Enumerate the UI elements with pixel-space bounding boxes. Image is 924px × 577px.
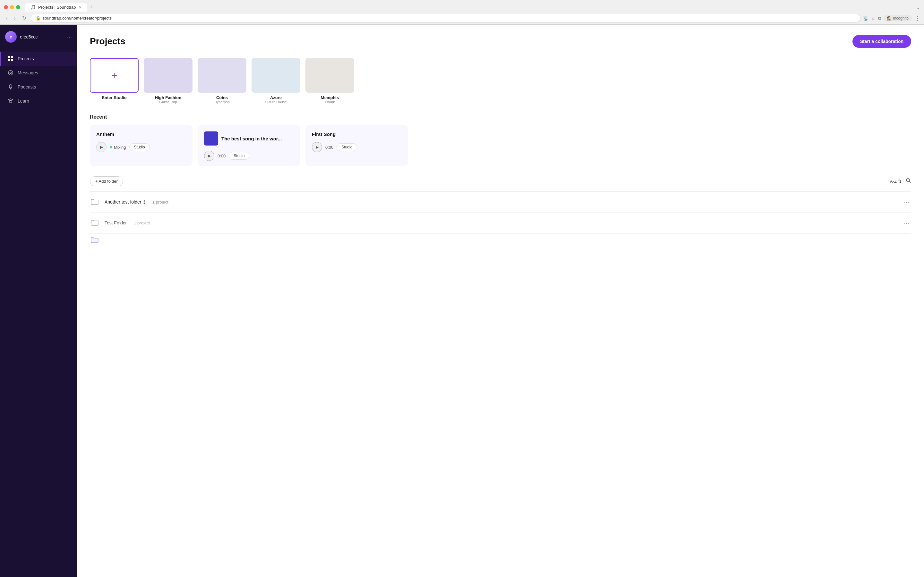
anthem-card[interactable]: Anthem ▶ Mixing Studio: [90, 125, 192, 166]
anthem-play-button[interactable]: ▶: [96, 142, 107, 152]
active-tab[interactable]: 🎵 Projects | Soundtrap ✕: [25, 3, 87, 11]
memphis-sub: Phonk: [325, 100, 334, 104]
tab-title: Projects | Soundtrap: [38, 5, 76, 10]
folder-list: Another test folder :) 1 project ··· Tes…: [90, 191, 911, 246]
maximize-window-button[interactable]: [16, 5, 20, 9]
sidebar-item-projects[interactable]: Projects: [0, 52, 77, 66]
best-song-studio-tag[interactable]: Studio: [229, 152, 249, 160]
best-song-time: 0:00: [218, 153, 226, 158]
sidebar-item-label-podcasts: Podcasts: [18, 84, 36, 89]
anthem-controls: ▶ Mixing Studio: [96, 142, 186, 152]
browser-overflow-button[interactable]: ⋮: [914, 15, 920, 22]
sidebar-item-messages[interactable]: Messages: [0, 66, 77, 80]
memphis-card[interactable]: Memphis Phonk: [305, 58, 354, 104]
svg-point-7: [906, 179, 909, 182]
podcasts-icon: [7, 84, 14, 90]
search-button[interactable]: [905, 177, 911, 185]
username-label: efec5ccc: [20, 34, 37, 39]
folder-name: Another test folder :): [105, 199, 145, 205]
recent-section-title: Recent: [90, 114, 911, 120]
first-song-title: First Song: [312, 131, 402, 137]
svg-rect-0: [8, 56, 10, 58]
sidebar-nav: Projects Messages: [0, 49, 77, 111]
browser-chrome: 🎵 Projects | Soundtrap ✕ + ⌄ ‹ › ↻ 🔒 sou…: [0, 0, 924, 25]
sidebar-item-label-messages: Messages: [18, 70, 38, 75]
close-window-button[interactable]: [4, 5, 8, 9]
azure-label: Azure: [270, 95, 282, 100]
enter-studio-thumbnail: +: [90, 58, 139, 93]
first-song-play-button[interactable]: ▶: [312, 142, 322, 152]
azure-card[interactable]: Azure Future House: [252, 58, 300, 104]
sidebar-item-podcasts[interactable]: Podcasts: [0, 80, 77, 94]
enter-studio-label: Enter Studio: [102, 95, 126, 100]
tab-close-button[interactable]: ✕: [79, 5, 82, 10]
folder-row[interactable]: Another test folder :) 1 project ···: [90, 192, 911, 213]
recent-cards-grid: Anthem ▶ Mixing Studio Th: [90, 125, 911, 166]
folder-icon: [90, 197, 100, 207]
high-fashion-label: High Fashion: [155, 95, 181, 100]
anthem-mixing-label: Mixing: [110, 145, 126, 150]
folder-more-button[interactable]: ···: [902, 219, 911, 227]
forward-button[interactable]: ›: [12, 14, 17, 23]
browser-titlebar: 🎵 Projects | Soundtrap ✕ + ⌄: [0, 0, 924, 12]
high-fashion-thumbnail: [144, 58, 192, 93]
minimize-window-button[interactable]: [10, 5, 14, 9]
bookmark-icon[interactable]: ☆: [871, 16, 875, 21]
incognito-badge: 🕵 Incognito: [884, 15, 912, 21]
page-header: Projects Start a collaboration: [90, 35, 911, 48]
first-song-time: 0:00: [325, 145, 333, 150]
sort-label: A-Z: [890, 179, 897, 184]
svg-point-4: [8, 71, 13, 75]
coins-card[interactable]: Coins Hyperpop: [198, 58, 246, 104]
recent-section: Recent Anthem ▶ Mixing Studio: [90, 114, 911, 166]
anthem-title: Anthem: [96, 131, 186, 137]
first-song-card[interactable]: First Song ▶ 0:00 Studio: [305, 125, 408, 166]
svg-rect-3: [11, 59, 13, 61]
main-content: Projects Start a collaboration + Enter S…: [77, 25, 924, 577]
high-fashion-sub: Guitar Trap: [159, 100, 177, 104]
cast-icon[interactable]: 📡: [863, 16, 869, 21]
enter-studio-card[interactable]: + Enter Studio: [90, 58, 139, 104]
reload-button[interactable]: ↻: [20, 14, 28, 23]
folder-more-button[interactable]: ···: [902, 198, 911, 206]
coins-label: Coins: [216, 95, 228, 100]
incognito-icon: 🕵: [887, 16, 892, 21]
address-bar[interactable]: 🔒 soundtrap.com/home/creator/projects: [31, 14, 861, 23]
sort-button[interactable]: A-Z ⇅: [890, 179, 901, 184]
learn-icon: [7, 98, 14, 104]
high-fashion-card[interactable]: High Fashion Guitar Trap: [144, 58, 192, 104]
add-folder-button[interactable]: + Add folder: [90, 176, 123, 186]
best-song-thumbnail: [204, 131, 218, 145]
anthem-studio-tag[interactable]: Studio: [129, 143, 150, 151]
browser-menu-button[interactable]: ⌄: [916, 4, 920, 10]
best-song-controls: ▶ 0:00 Studio: [204, 151, 294, 161]
anthem-status-dot: [110, 146, 112, 148]
svg-rect-2: [8, 59, 10, 61]
sidebar-item-label-learn: Learn: [18, 98, 29, 103]
sidebar-item-learn[interactable]: Learn: [0, 94, 77, 108]
best-song-play-button[interactable]: ▶: [204, 151, 214, 161]
folder-icon: [90, 218, 100, 228]
sidebar-user-section: e efec5ccc ···: [0, 25, 77, 49]
start-collaboration-button[interactable]: Start a collaboration: [853, 35, 911, 48]
featured-projects-grid: + Enter Studio High Fashion Guitar Trap …: [90, 58, 911, 104]
first-song-studio-tag[interactable]: Studio: [336, 143, 357, 151]
tab-bar: 🎵 Projects | Soundtrap ✕ +: [25, 3, 95, 12]
coins-sub: Hyperpop: [214, 100, 230, 104]
user-more-button[interactable]: ···: [67, 34, 72, 40]
back-button[interactable]: ‹: [4, 14, 9, 23]
best-song-title: The best song in the wor...: [204, 131, 294, 145]
best-song-card[interactable]: The best song in the wor... ▶ 0:00 Studi…: [198, 125, 300, 166]
extension-icon[interactable]: ⧉: [878, 15, 881, 21]
sidebar-item-label-projects: Projects: [18, 56, 34, 61]
folder-icon-partial: [90, 235, 100, 245]
folder-row-partial: [90, 234, 911, 246]
new-tab-button[interactable]: +: [87, 3, 95, 12]
folder-row[interactable]: Test Folder 1 project ···: [90, 213, 911, 234]
sort-chevron-icon: ⇅: [898, 179, 901, 184]
azure-sub: Future House: [265, 100, 287, 104]
lock-icon: 🔒: [36, 16, 41, 21]
sort-search-controls: A-Z ⇅: [890, 177, 911, 185]
traffic-lights: [4, 5, 20, 9]
folder-toolbar: + Add folder A-Z ⇅: [90, 176, 911, 186]
